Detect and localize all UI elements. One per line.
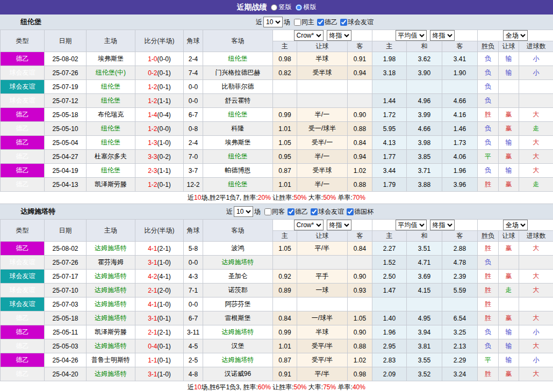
away-team-cell[interactable]: 汉诺威96 [203,367,273,381]
odds-stage-select[interactable]: 终指 [327,30,351,41]
corner-cell: 0-0 [184,297,203,311]
handicap-cell: 平/半 [297,242,348,256]
scope-select[interactable]: 全场 [503,30,528,41]
league-cell[interactable]: 德乙 [1,367,45,381]
home-team-cell[interactable]: 达姆施塔特 [87,242,135,256]
league-cell[interactable]: 德乙 [1,52,45,66]
result-goals-cell: 走 [519,178,553,192]
home-team-cell[interactable]: 凯泽斯劳滕 [87,325,135,339]
away-team-cell[interactable]: 科隆 [203,122,273,136]
avg-source-select[interactable]: 平均值 [396,220,427,230]
league-cell[interactable]: 德乙 [1,122,45,136]
league-cell[interactable]: 球会友谊 [1,284,45,297]
avg-source-select[interactable]: 平均值 [396,30,427,41]
recent-count-select[interactable]: 10 [263,17,283,27]
away-team-cell[interactable]: 纽伦堡 [203,150,273,164]
home-team-cell[interactable]: 达姆施塔特 [87,311,135,325]
filter-checkbox-option[interactable]: 德国杯 [344,207,374,216]
away-team-cell[interactable]: 舒云霍特 [203,94,273,108]
home-team-cell[interactable]: 布伦瑞克 [87,108,135,122]
home-team-cell[interactable]: 纽伦堡(中) [87,66,135,80]
avg-stage-select[interactable]: 终指 [430,220,455,230]
away-team-cell[interactable]: 波鸿 [203,242,273,256]
away-team-cell[interactable]: 比勒菲尔德 [203,80,273,94]
home-team-cell[interactable]: 达姆施塔特 [87,270,135,284]
filter-checkbox-option[interactable]: 球会友谊 [308,207,344,216]
home-team-cell[interactable]: 达姆施塔特 [87,339,135,353]
league-cell[interactable]: 德乙 [1,325,45,339]
home-team-cell[interactable]: 纽伦堡 [87,122,135,136]
filter-checkbox[interactable] [340,19,347,26]
away-team-cell[interactable]: 达姆施塔特 [203,353,273,367]
league-cell[interactable]: 德乙 [1,150,45,164]
filter-checkbox-option[interactable]: 同主 [291,18,314,27]
league-cell[interactable]: 德乙 [1,353,45,367]
league-cell[interactable]: 球会友谊 [1,80,45,94]
home-team-cell[interactable]: 普鲁士明斯特 [87,353,135,367]
filter-checkbox[interactable] [264,208,271,215]
away-team-cell[interactable]: 达姆施塔特 [203,325,273,339]
home-team-cell[interactable]: 达姆施塔特 [87,284,135,297]
away-team-cell[interactable]: 雷根斯堡 [203,311,273,325]
summary-text-part: 场,胜6平1负3, 胜率: [201,383,257,391]
odds-source-select[interactable]: Crow* [294,220,324,230]
filter-checkbox[interactable] [294,19,301,26]
home-team-cell[interactable]: 纽伦堡 [87,164,135,178]
away-team-cell[interactable]: 纽伦堡 [203,178,273,192]
table-row: 德乙25-05-03达姆施塔特0-4(0-1)4-5汉堡1.01受平/半0.88… [1,339,553,353]
league-cell[interactable]: 德乙 [1,164,45,178]
layout-option-vertical[interactable]: 竖版 [271,3,292,12]
league-cell[interactable]: 德乙 [1,136,45,150]
radio-vertical-layout[interactable] [271,4,277,11]
league-cell[interactable]: 德乙 [1,311,45,325]
home-team-cell[interactable]: 纽伦堡 [87,80,135,94]
avg-away-cell: 4.66 [442,94,478,108]
scope-select[interactable]: 全场 [503,220,528,230]
filter-checkbox[interactable] [288,208,295,215]
home-team-cell[interactable]: 达姆施塔特 [87,297,135,311]
away-team-cell[interactable]: 门兴格拉德巴赫 [203,66,273,80]
radio-horizontal-layout[interactable] [296,4,302,11]
away-team-cell[interactable]: 诺茨郡 [203,284,273,297]
league-cell[interactable]: 球会友谊 [1,270,45,284]
avg-away-cell: 1.73 [442,136,478,150]
away-team-cell[interactable]: 汉堡 [203,339,273,353]
result-goals-cell: 大 [519,311,553,325]
score-cell: 1-3(1-0) [135,136,184,150]
home-team-cell[interactable]: 纽伦堡 [87,136,135,150]
home-team-cell[interactable]: 纽伦堡 [87,94,135,108]
home-team-cell[interactable]: 凯泽斯劳滕 [87,178,135,192]
league-cell[interactable]: 德乙 [1,178,45,192]
recent-count-select[interactable]: 10 [234,206,253,217]
home-team-cell[interactable]: 达姆施塔特 [87,367,135,381]
odds-stage-select[interactable]: 终指 [327,220,351,230]
away-team-cell[interactable]: 埃弗斯堡 [203,136,273,150]
layout-option-horizontal[interactable]: 横版 [296,3,317,12]
filter-checkbox-option[interactable]: 球会友谊 [337,18,374,27]
home-team-cell[interactable]: 杜塞尔多夫 [87,150,135,164]
filter-checkbox[interactable] [347,208,354,215]
home-team-cell[interactable]: 霍芬海姆 [87,256,135,270]
league-cell[interactable]: 球会友谊 [1,297,45,311]
filter-checkbox-option[interactable]: 德乙 [314,18,337,27]
avg-draw-cell: 3.88 [407,178,442,192]
filter-checkbox[interactable] [317,19,324,26]
filter-checkbox-option[interactable]: 同客 [262,207,285,216]
away-team-cell[interactable]: 帕德博恩 [203,164,273,178]
filter-checkbox-option[interactable]: 德乙 [285,207,308,216]
league-cell[interactable]: 球会友谊 [1,66,45,80]
filter-checkbox[interactable] [311,208,318,215]
away-team-cell[interactable]: 纽伦堡 [203,108,273,122]
league-cell[interactable]: 球会友谊 [1,256,45,270]
odds-source-select[interactable]: Crow* [294,30,324,41]
league-cell[interactable]: 德乙 [1,108,45,122]
avg-stage-select[interactable]: 终指 [430,30,455,41]
away-team-cell[interactable]: 阿莎芬堡 [203,297,273,311]
away-team-cell[interactable]: 达姆施塔特 [203,256,273,270]
league-cell[interactable]: 德乙 [1,242,45,256]
home-team-cell[interactable]: 埃弗斯堡 [87,52,135,66]
league-cell[interactable]: 球会友谊 [1,94,45,108]
away-team-cell[interactable]: 纽伦堡 [203,52,273,66]
league-cell[interactable]: 德乙 [1,339,45,353]
away-team-cell[interactable]: 圣加仑 [203,270,273,284]
